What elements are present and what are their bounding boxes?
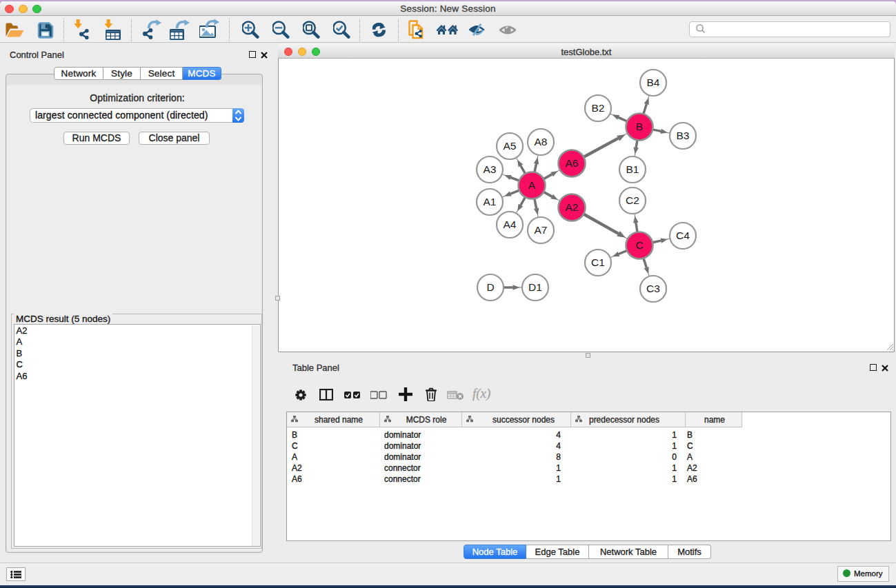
svg-text:A6: A6 (566, 157, 579, 169)
svg-text:D1: D1 (528, 281, 542, 293)
svg-text:C: C (635, 239, 643, 251)
svg-text:B: B (636, 121, 643, 132)
svg-text:C3: C3 (646, 283, 660, 294)
svg-text:B3: B3 (677, 130, 690, 141)
svg-text:D: D (486, 281, 494, 293)
svg-text:A5: A5 (504, 140, 517, 152)
svg-text:A3: A3 (484, 163, 497, 175)
svg-text:B2: B2 (592, 102, 605, 114)
svg-text:A1: A1 (484, 196, 497, 207)
svg-text:A8: A8 (535, 136, 548, 148)
svg-text:B1: B1 (626, 163, 639, 175)
svg-text:C2: C2 (626, 194, 639, 206)
svg-text:A2: A2 (566, 201, 579, 213)
svg-text:A4: A4 (504, 219, 517, 230)
svg-text:C4: C4 (676, 230, 690, 241)
svg-text:A7: A7 (535, 224, 548, 236)
svg-text:B4: B4 (647, 77, 660, 88)
svg-text:C1: C1 (591, 256, 605, 268)
svg-text:A: A (528, 179, 536, 191)
